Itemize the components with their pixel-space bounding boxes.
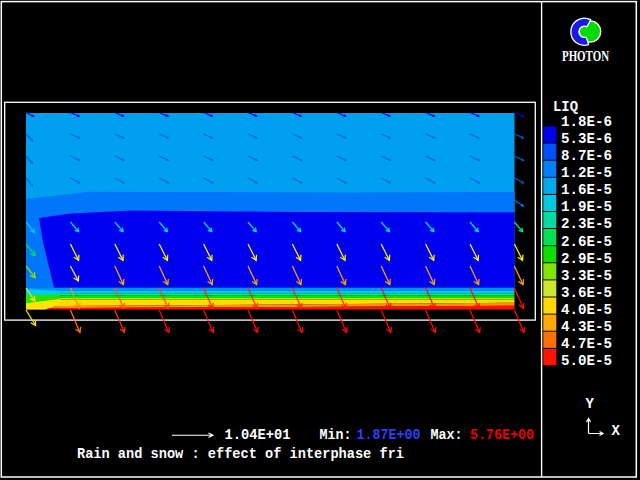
svg-text:1.04E+01: 1.04E+01 — [225, 427, 291, 443]
svg-text:2.9E-5: 2.9E-5 — [561, 251, 612, 267]
svg-text:LIQ: LIQ — [553, 99, 578, 115]
svg-text:Y: Y — [586, 396, 595, 412]
svg-text:3.3E-5: 3.3E-5 — [561, 268, 612, 284]
svg-text:3.6E-5: 3.6E-5 — [561, 285, 612, 301]
svg-text:1.6E-5: 1.6E-5 — [561, 182, 612, 198]
svg-text:1.87E+00: 1.87E+00 — [357, 427, 421, 443]
svg-text:1.9E-5: 1.9E-5 — [561, 199, 612, 215]
svg-text:5.0E-5: 5.0E-5 — [561, 353, 612, 369]
svg-text:4.0E-5: 4.0E-5 — [561, 302, 612, 318]
svg-text:X: X — [612, 423, 621, 439]
svg-text:2.3E-5: 2.3E-5 — [561, 216, 612, 232]
svg-text:Rain and snow : effect of inte: Rain and snow : effect of interphase fri — [77, 446, 404, 462]
svg-text:8.7E-6: 8.7E-6 — [561, 148, 612, 164]
svg-text:1.2E-5: 1.2E-5 — [561, 165, 612, 181]
svg-text:2.6E-5: 2.6E-5 — [561, 234, 612, 250]
svg-text:4.7E-5: 4.7E-5 — [561, 336, 612, 352]
svg-text:5.3E-6: 5.3E-6 — [561, 131, 612, 147]
svg-text:Max:: Max: — [431, 427, 463, 443]
svg-text:4.3E-5: 4.3E-5 — [561, 319, 612, 335]
svg-text:5.76E+00: 5.76E+00 — [470, 427, 534, 443]
svg-text:PHOTON: PHOTON — [562, 49, 609, 64]
svg-text:1.8E-6: 1.8E-6 — [561, 114, 612, 130]
svg-text:Min:: Min: — [320, 427, 352, 443]
